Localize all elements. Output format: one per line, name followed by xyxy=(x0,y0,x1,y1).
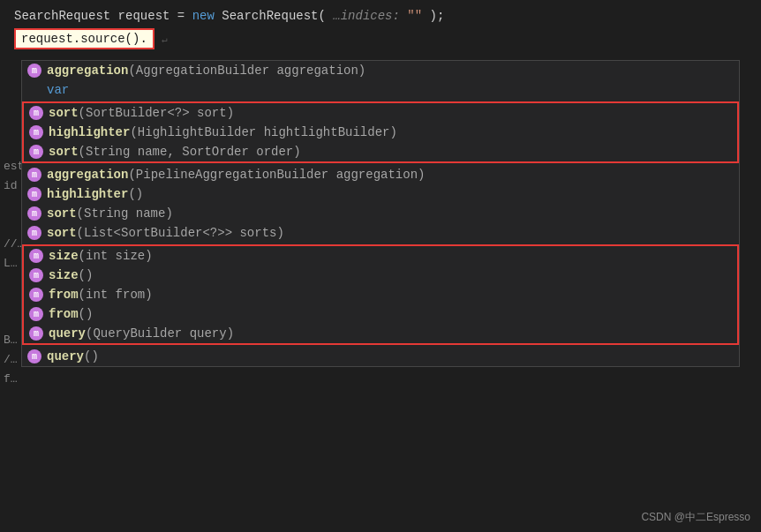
method-params: () xyxy=(84,349,99,363)
method-badge: m xyxy=(29,288,43,302)
method-params: (List<SortBuilder<?>> sorts) xyxy=(77,226,284,240)
method-badge: m xyxy=(27,349,41,363)
var-keyword: var xyxy=(47,83,69,97)
keyword-new: new xyxy=(192,9,215,23)
method-badge: m xyxy=(29,326,43,341)
method-params: (HighlightBuilder hightlightBuilder) xyxy=(130,125,396,139)
method-name: sort xyxy=(47,206,77,221)
ac-item-size-1[interactable]: m size (int size) xyxy=(24,246,737,266)
ac-item-highlighter-1[interactable]: m highlighter (HighlightBuilder hightlig… xyxy=(24,123,737,142)
ac-item-query-1[interactable]: m query (QueryBuilder query) xyxy=(24,324,737,343)
red-box-group-2: m size (int size) m size () m from (int … xyxy=(22,244,739,345)
method-name: aggregation xyxy=(47,168,128,182)
method-params: (PipelineAggregationBuilder aggregation) xyxy=(128,168,425,182)
red-box-group-1: m sort (SortBuilder<?> sort) m highlight… xyxy=(22,101,739,163)
ac-item-var[interactable]: var xyxy=(22,80,739,100)
ac-item-size-2[interactable]: m size () xyxy=(24,266,737,285)
ac-item-aggregation-2[interactable]: m aggregation (PipelineAggregationBuilde… xyxy=(22,165,739,184)
cursor-indicator: ↵ xyxy=(162,34,168,45)
top-line: SearchRequest request = new SearchReques… xyxy=(14,9,747,23)
ac-item-query-2[interactable]: m query () xyxy=(22,347,739,366)
method-name: query xyxy=(49,326,86,341)
ac-item-sort-2[interactable]: m sort (String name, SortOrder order) xyxy=(24,142,737,161)
method-badge: m xyxy=(29,268,43,282)
method-name: aggregation xyxy=(47,64,128,78)
method-name: size xyxy=(49,268,79,282)
method-params: (int size) xyxy=(79,249,153,263)
method-params: (AggregationBuilder aggregation) xyxy=(128,64,365,78)
ac-item-sort-4[interactable]: m sort (List<SortBuilder<?>> sorts) xyxy=(22,223,739,243)
method-badge: m xyxy=(29,125,43,139)
method-name: size xyxy=(49,249,79,263)
param-hint: …indices: xyxy=(333,9,407,23)
autocomplete-dropdown: m aggregation (AggregationBuilder aggreg… xyxy=(21,60,740,367)
ac-item-sort-3[interactable]: m sort (String name) xyxy=(22,204,739,223)
ac-item-from-2[interactable]: m from () xyxy=(24,304,737,324)
ac-item-aggregation-1[interactable]: m aggregation (AggregationBuilder aggreg… xyxy=(22,61,739,80)
code-text: SearchRequest request = xyxy=(14,9,192,23)
method-params: () xyxy=(128,187,143,201)
method-name: from xyxy=(49,307,79,321)
method-name: sort xyxy=(49,145,79,159)
method-name: query xyxy=(47,349,84,363)
method-badge: m xyxy=(29,145,43,159)
method-badge: m xyxy=(29,249,43,263)
code-text2: SearchRequest( xyxy=(222,9,333,23)
method-params: (String name) xyxy=(77,206,173,221)
method-params: (QueryBuilder query) xyxy=(86,326,234,341)
editor-area: SearchRequest request = new SearchReques… xyxy=(0,0,761,62)
method-badge: m xyxy=(27,168,41,182)
method-name: highlighter xyxy=(47,187,128,201)
label-slash: /… xyxy=(4,350,18,370)
method-params: (int from) xyxy=(79,288,153,302)
watermark: CSDN @中二Espresso xyxy=(641,510,750,525)
current-line-text: request.source(). xyxy=(21,32,147,46)
label-f: f… xyxy=(4,370,18,389)
method-badge: m xyxy=(27,206,41,221)
method-badge: m xyxy=(27,64,41,78)
method-name: highlighter xyxy=(49,125,130,139)
ac-item-from-1[interactable]: m from (int from) xyxy=(24,285,737,304)
method-badge: m xyxy=(29,106,43,120)
method-name: from xyxy=(49,288,79,302)
method-params: () xyxy=(79,268,94,282)
label-B: B… xyxy=(4,331,18,350)
string-val: "" xyxy=(407,9,422,23)
method-name: sort xyxy=(47,226,77,240)
method-badge: m xyxy=(27,226,41,240)
method-params: (SortBuilder<?> sort) xyxy=(79,106,234,120)
current-line: request.source(). xyxy=(14,28,154,49)
ac-item-highlighter-2[interactable]: m highlighter () xyxy=(22,184,739,204)
ac-item-sort-1[interactable]: m sort (SortBuilder<?> sort) xyxy=(24,103,737,123)
method-name: sort xyxy=(49,106,79,120)
right-code-labels: B… /… f… xyxy=(4,331,18,389)
current-line-container: request.source(). ↵ xyxy=(14,26,747,51)
method-badge: m xyxy=(27,187,41,201)
code-text3: ); xyxy=(430,9,445,23)
method-badge: m xyxy=(29,307,43,321)
method-params: () xyxy=(79,307,94,321)
method-params: (String name, SortOrder order) xyxy=(79,145,301,159)
